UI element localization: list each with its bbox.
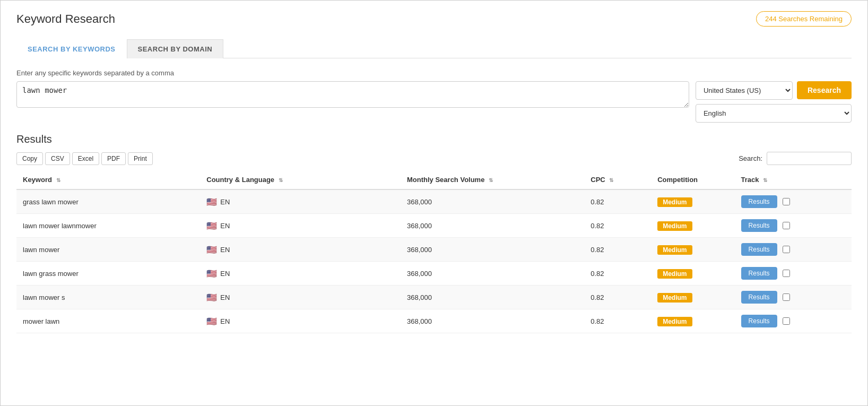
track-checkbox[interactable]	[783, 317, 790, 325]
cell-competition: Medium	[651, 214, 734, 238]
table-row: lawn mower lawnmower 🇺🇸 EN 368,000 0.82 …	[16, 214, 852, 238]
track-checkbox[interactable]	[783, 270, 790, 277]
col-header-country: Country & Language ⇅	[200, 170, 401, 189]
cell-volume: 368,000	[401, 189, 584, 214]
language-code: EN	[220, 317, 230, 325]
results-section: Results Copy CSV Excel PDF Print Search:…	[16, 133, 852, 333]
cell-cpc: 0.82	[584, 286, 651, 309]
page-wrapper: Keyword Research 244 Searches Remaining …	[0, 0, 868, 406]
cell-volume: 368,000	[401, 238, 584, 262]
cell-volume: 368,000	[401, 262, 584, 286]
cell-track: Results	[735, 286, 852, 309]
pdf-button[interactable]: PDF	[101, 152, 126, 165]
cell-track: Results	[735, 238, 852, 262]
table-row: lawn mower s 🇺🇸 EN 368,000 0.82 Medium R…	[16, 286, 852, 309]
export-buttons: Copy CSV Excel PDF Print	[16, 152, 153, 165]
competition-badge: Medium	[657, 293, 692, 303]
cell-cpc: 0.82	[584, 262, 651, 286]
cell-volume: 368,000	[401, 286, 584, 309]
competition-badge: Medium	[657, 221, 692, 231]
cell-cpc: 0.82	[584, 238, 651, 262]
cell-keyword: lawn mower	[16, 238, 200, 262]
cell-keyword: grass lawn mower	[16, 189, 200, 214]
header: Keyword Research 244 Searches Remaining	[16, 11, 852, 27]
track-results-button[interactable]: Results	[741, 195, 777, 208]
track-checkbox[interactable]	[783, 198, 790, 205]
table-actions: Copy CSV Excel PDF Print Search:	[16, 152, 852, 165]
competition-badge: Medium	[657, 269, 692, 279]
track-checkbox[interactable]	[783, 222, 790, 229]
print-button[interactable]: Print	[128, 152, 153, 165]
page-title: Keyword Research	[16, 12, 115, 26]
cell-cpc: 0.82	[584, 214, 651, 238]
keyword-input[interactable]	[16, 81, 689, 108]
cell-competition: Medium	[651, 309, 734, 333]
col-header-volume: Monthly Search Volume ⇅	[401, 170, 584, 189]
track-results-button[interactable]: Results	[741, 291, 777, 304]
language-code: EN	[220, 293, 230, 301]
cell-volume: 368,000	[401, 309, 584, 333]
language-code: EN	[220, 222, 230, 230]
cell-country: 🇺🇸 EN	[200, 286, 401, 309]
tabs-container: SEARCH BY KEYWORDS SEARCH BY DOMAIN	[16, 39, 852, 58]
track-sort-icon[interactable]: ⇅	[763, 177, 767, 183]
table-row: grass lawn mower 🇺🇸 EN 368,000 0.82 Medi…	[16, 189, 852, 214]
cell-track: Results	[735, 309, 852, 333]
results-table: Keyword ⇅ Country & Language ⇅ Monthly S…	[16, 170, 852, 333]
track-results-button[interactable]: Results	[741, 267, 777, 280]
results-title: Results	[16, 133, 852, 145]
track-results-button[interactable]: Results	[741, 315, 777, 327]
excel-button[interactable]: Excel	[72, 152, 99, 165]
language-code: EN	[220, 270, 230, 278]
right-controls: United States (US) United Kingdom (UK) C…	[696, 81, 852, 123]
table-header-row: Keyword ⇅ Country & Language ⇅ Monthly S…	[16, 170, 852, 189]
track-results-button[interactable]: Results	[741, 219, 777, 232]
cell-track: Results	[735, 214, 852, 238]
track-results-button[interactable]: Results	[741, 243, 777, 256]
col-header-competition: Competition	[651, 170, 734, 189]
keyword-input-label: Enter any specific keywords separated by…	[16, 69, 852, 77]
country-select[interactable]: United States (US) United Kingdom (UK) C…	[696, 81, 793, 100]
cell-keyword: lawn grass mower	[16, 262, 200, 286]
flag-icon: 🇺🇸	[206, 221, 217, 231]
country-sort-icon[interactable]: ⇅	[279, 177, 283, 183]
searches-remaining-badge: 244 Searches Remaining	[756, 11, 852, 27]
table-row: mower lawn 🇺🇸 EN 368,000 0.82 Medium Res…	[16, 309, 852, 333]
cpc-sort-icon[interactable]: ⇅	[609, 177, 613, 183]
track-checkbox[interactable]	[783, 293, 790, 301]
table-search-label: Search:	[739, 154, 762, 162]
search-controls-right: United States (US) United Kingdom (UK) C…	[696, 81, 852, 100]
keyword-sort-icon[interactable]: ⇅	[56, 177, 60, 183]
cell-track: Results	[735, 262, 852, 286]
volume-sort-icon[interactable]: ⇅	[489, 177, 493, 183]
cell-cpc: 0.82	[584, 309, 651, 333]
cell-cpc: 0.82	[584, 189, 651, 214]
table-search-row: Search:	[739, 152, 852, 165]
copy-button[interactable]: Copy	[16, 152, 43, 165]
search-row: United States (US) United Kingdom (UK) C…	[16, 81, 852, 123]
tab-search-by-domain[interactable]: SEARCH BY DOMAIN	[127, 39, 224, 58]
competition-badge: Medium	[657, 245, 692, 255]
flag-icon: 🇺🇸	[206, 197, 217, 207]
cell-competition: Medium	[651, 238, 734, 262]
table-row: lawn mower 🇺🇸 EN 368,000 0.82 Medium Res…	[16, 238, 852, 262]
cell-country: 🇺🇸 EN	[200, 214, 401, 238]
flag-icon: 🇺🇸	[206, 269, 217, 279]
col-header-keyword: Keyword ⇅	[16, 170, 200, 189]
cell-competition: Medium	[651, 189, 734, 214]
research-button[interactable]: Research	[797, 81, 852, 99]
language-code: EN	[220, 198, 230, 206]
language-select[interactable]: English Spanish French German	[696, 104, 852, 123]
cell-country: 🇺🇸 EN	[200, 262, 401, 286]
competition-badge: Medium	[657, 197, 692, 207]
cell-competition: Medium	[651, 286, 734, 309]
table-search-input[interactable]	[767, 152, 852, 165]
cell-country: 🇺🇸 EN	[200, 238, 401, 262]
language-code: EN	[220, 246, 230, 254]
cell-keyword: lawn mower lawnmower	[16, 214, 200, 238]
tab-search-by-keywords[interactable]: SEARCH BY KEYWORDS	[16, 39, 127, 58]
col-header-cpc: CPC ⇅	[584, 170, 651, 189]
track-checkbox[interactable]	[783, 246, 790, 253]
csv-button[interactable]: CSV	[45, 152, 70, 165]
cell-keyword: lawn mower s	[16, 286, 200, 309]
